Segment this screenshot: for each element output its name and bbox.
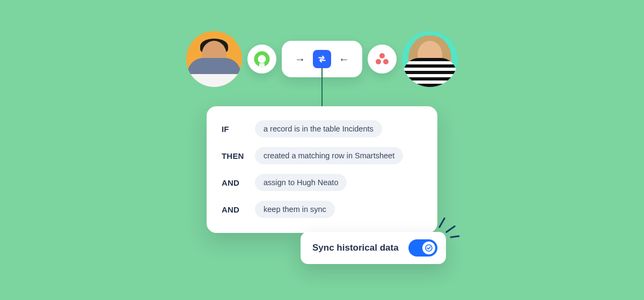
rule-keyword: AND <box>222 205 255 214</box>
sync-history-toggle[interactable] <box>408 239 437 257</box>
rule-keyword: AND <box>222 178 255 187</box>
svg-rect-1 <box>259 63 265 67</box>
rule-row: IF a record is in the table Incidents <box>222 120 422 137</box>
asana-icon <box>375 52 390 67</box>
svg-point-2 <box>379 53 385 58</box>
spark-line <box>438 217 446 229</box>
spark-line <box>450 235 459 238</box>
arrow-left-icon: ← <box>339 53 349 65</box>
rule-chip[interactable]: assign to Hugh Neato <box>255 174 347 191</box>
sync-history-card: Sync historical data <box>301 232 446 264</box>
servicenow-icon <box>254 51 270 67</box>
rules-card: IF a record is in the table Incidents TH… <box>207 106 437 233</box>
spark-line <box>445 225 456 233</box>
rule-row: AND assign to Hugh Neato <box>222 174 422 191</box>
rule-chip[interactable]: a record is in the table Incidents <box>255 120 382 137</box>
arrow-right-icon: → <box>295 53 305 65</box>
svg-point-3 <box>376 59 381 64</box>
rule-keyword: IF <box>222 125 255 134</box>
sync-history-label: Sync historical data <box>312 243 399 253</box>
check-icon <box>425 244 433 252</box>
rule-chip[interactable]: created a matching row in Smartsheet <box>255 147 403 164</box>
rule-row: THEN created a matching row in Smartshee… <box>222 147 422 164</box>
rule-row: AND keep them in sync <box>222 201 422 218</box>
svg-point-0 <box>256 53 268 65</box>
connector-line <box>0 68 644 111</box>
avatar-right <box>402 31 458 87</box>
svg-point-4 <box>383 59 389 64</box>
two-way-sync-badge <box>313 50 331 68</box>
toggle-knob <box>422 242 435 254</box>
rule-keyword: THEN <box>222 151 255 160</box>
rule-chip[interactable]: keep them in sync <box>255 201 335 218</box>
two-way-arrows-icon <box>317 54 327 64</box>
